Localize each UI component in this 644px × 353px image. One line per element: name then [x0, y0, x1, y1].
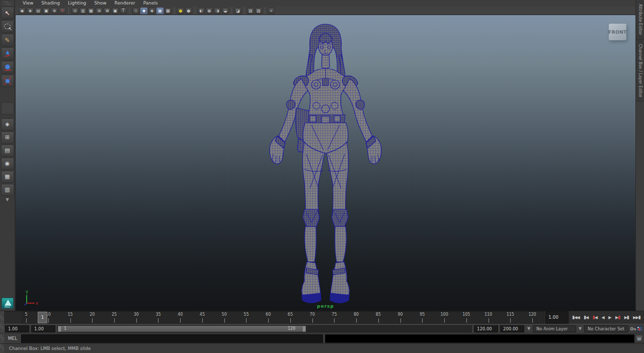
step-forward-key-button[interactable]: ▶▮: [615, 315, 620, 320]
side-tab[interactable]: Channel Box / Layer Editor: [636, 40, 644, 102]
all-lights-icon[interactable]: ◐: [198, 8, 205, 14]
command-line-grip[interactable]: [0, 333, 4, 343]
playback-end-field[interactable]: 120.00: [474, 325, 498, 332]
default-light-icon[interactable]: ●: [206, 8, 213, 14]
default-material-icon[interactable]: ●: [177, 8, 184, 14]
timeline-tick[interactable]: 75: [334, 312, 335, 323]
range-slider-grip[interactable]: [0, 324, 4, 333]
safe-action-icon[interactable]: ⊠: [104, 8, 111, 14]
resolution-gate-icon[interactable]: ▥: [79, 8, 87, 14]
smooth-shade-icon[interactable]: ◆: [140, 8, 147, 14]
timeline-tick[interactable]: 95: [422, 312, 423, 323]
timeline-tick[interactable]: 120: [532, 312, 533, 323]
film-gate-icon[interactable]: ⊟: [71, 8, 78, 14]
gate-mask-icon[interactable]: ▩: [88, 8, 95, 14]
material-ball-icon[interactable]: ●: [185, 8, 192, 14]
animation-preferences-icon[interactable]: [636, 326, 642, 332]
time-slider-grip[interactable]: [0, 311, 4, 324]
range-slider-track[interactable]: 1 120: [57, 325, 472, 332]
character-model[interactable]: [262, 22, 388, 304]
timeline-tick[interactable]: 110: [489, 312, 489, 323]
timeline-tick[interactable]: 105: [466, 312, 467, 323]
command-input[interactable]: [21, 334, 323, 343]
isolate-select-icon[interactable]: ◪: [234, 8, 242, 14]
timeline-tick[interactable]: 50: [224, 312, 225, 323]
play-backward-button[interactable]: ◀: [602, 316, 604, 320]
menu-item[interactable]: View: [19, 0, 37, 7]
character-set-field[interactable]: No Character Set: [584, 325, 628, 332]
layout-more-button[interactable]: ▼: [1, 196, 14, 203]
current-frame-marker[interactable]: 1: [38, 312, 47, 323]
time-slider[interactable]: 5101520253035404550556065707580859095100…: [21, 311, 544, 324]
scale-tool-icon[interactable]: [1, 75, 14, 87]
anim-layer-dropdown-icon[interactable]: ▼: [525, 326, 532, 331]
anim-layer-field[interactable]: No Anim Layer: [533, 325, 576, 332]
lasso-select-tool-icon[interactable]: ↖: [1, 20, 14, 33]
camera-attributes-icon[interactable]: ◈: [27, 8, 34, 14]
move-tool-icon[interactable]: [1, 47, 14, 60]
script-editor-button[interactable]: ▤: [635, 335, 643, 342]
step-forward-frame-button[interactable]: ▶▮: [624, 315, 629, 320]
timeline-tick[interactable]: 100: [444, 312, 445, 323]
bookmarks-icon[interactable]: ▤: [35, 8, 42, 14]
auto-keyframe-icon[interactable]: [630, 326, 636, 331]
help-line-grip[interactable]: [0, 344, 4, 353]
timeline-tick[interactable]: 35: [158, 312, 158, 323]
menu-item[interactable]: Panels: [140, 0, 162, 7]
camera-select-icon[interactable]: ◉: [19, 8, 26, 14]
range-end-handle[interactable]: [302, 326, 306, 332]
layout-persp-relationship-button[interactable]: ▥: [1, 184, 14, 196]
timeline-tick[interactable]: 60: [268, 312, 269, 323]
timeline-tick[interactable]: 20: [92, 312, 93, 323]
grease-pencil-icon[interactable]: ✎: [59, 8, 66, 14]
step-back-frame-button[interactable]: ▮◀: [584, 315, 588, 320]
wireframe-icon[interactable]: ◇: [132, 8, 139, 14]
range-slider-bar[interactable]: 1 120: [58, 326, 306, 332]
checker-icon[interactable]: ▩: [165, 8, 172, 14]
timeline-tick[interactable]: 15: [70, 312, 71, 323]
play-forward-button[interactable]: ▶: [608, 316, 611, 320]
view-cube-front[interactable]: FRONT: [609, 24, 626, 40]
field-chart-icon[interactable]: ⊞: [96, 8, 103, 14]
image-plane-icon[interactable]: ▣: [43, 8, 50, 14]
timeline-tick[interactable]: 10: [48, 312, 49, 323]
paint-select-tool-icon[interactable]: ✎: [1, 34, 14, 46]
layout-single-pane-button[interactable]: ◈: [1, 118, 14, 130]
command-language-toggle[interactable]: MEL: [4, 336, 21, 341]
animation-end-field[interactable]: 200.00: [500, 325, 524, 332]
go-to-start-button[interactable]: ▮◀◀: [572, 315, 579, 320]
side-tab[interactable]: Attribute Editor: [636, 0, 644, 40]
maya-logo[interactable]: MAYA: [2, 298, 14, 309]
layout-persp-outliner-button[interactable]: ▤: [1, 145, 14, 157]
timeline-tick[interactable]: 30: [136, 312, 137, 323]
timeline-tick[interactable]: 80: [356, 312, 357, 323]
menu-item[interactable]: Lighting: [64, 0, 90, 7]
timeline-tick[interactable]: 85: [378, 312, 379, 323]
safe-title-icon[interactable]: ▣: [112, 8, 119, 14]
range-start-handle[interactable]: [58, 326, 61, 332]
xray-icon[interactable]: ▧: [247, 8, 254, 14]
playback-start-field[interactable]: 1.00: [5, 325, 29, 332]
timeline-tick[interactable]: 70: [312, 312, 313, 323]
last-tool-slot[interactable]: [1, 102, 14, 114]
timeline-tick[interactable]: 55: [246, 312, 247, 323]
rotate-tool-icon[interactable]: [1, 61, 14, 74]
title-text-icon[interactable]: T: [120, 8, 127, 14]
pan-zoom-icon[interactable]: ⊕: [51, 8, 58, 14]
viewport[interactable]: FRONT Y x persp: [15, 15, 635, 311]
select-tool-icon[interactable]: ↖: [1, 7, 14, 19]
occlusion-icon[interactable]: ◒: [222, 8, 229, 14]
timeline-tick[interactable]: 45: [202, 312, 203, 323]
menu-item[interactable]: Renderer: [111, 0, 139, 7]
timeline-tick[interactable]: 40: [180, 312, 181, 323]
timeline-tick[interactable]: 90: [400, 312, 401, 323]
bounding-box-icon[interactable]: ◈: [148, 8, 155, 14]
layout-four-pane-button[interactable]: ⊞: [1, 131, 14, 144]
menu-item[interactable]: Show: [91, 0, 110, 7]
current-time-field[interactable]: 1.00: [545, 311, 569, 324]
xray-joints-icon[interactable]: ▨: [255, 8, 262, 14]
toolbox-grip[interactable]: [2, 1, 13, 6]
textured-icon[interactable]: ▦: [156, 8, 164, 14]
timeline-tick[interactable]: 115: [510, 312, 511, 323]
animation-start-field[interactable]: 1.00: [31, 325, 55, 332]
